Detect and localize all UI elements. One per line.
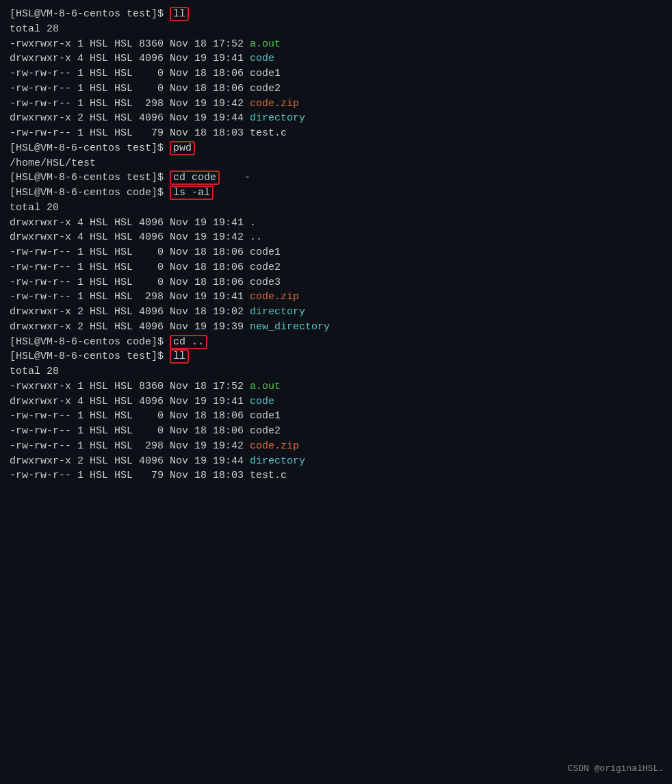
file-name: new_directory xyxy=(250,321,330,333)
file-perms: -rw-rw-r-- 1 HSL HSL 0 Nov 18 18:06 xyxy=(10,262,250,273)
file-name: test.c xyxy=(250,470,287,481)
file-name: code xyxy=(250,396,274,407)
terminal: [HSL@VM-8-6-centos test]$ lltotal 28-rwx… xyxy=(10,7,662,483)
file-perms: -rw-rw-r-- 1 HSL HSL 0 Nov 18 18:06 xyxy=(10,410,250,422)
terminal-line: -rwxrwxr-x 1 HSL HSL 8360 Nov 18 17:52 a… xyxy=(10,379,662,394)
file-perms: -rw-rw-r-- 1 HSL HSL 0 Nov 18 18:06 xyxy=(10,83,250,94)
prompt-text: [HSL@VM-8-6-centos test]$ xyxy=(10,351,170,362)
file-perms: drwxrwxr-x 4 HSL HSL 4096 Nov 19 19:41 xyxy=(10,53,250,64)
file-name: .. xyxy=(250,231,262,243)
file-name: directory xyxy=(250,112,305,124)
file-name: code xyxy=(250,53,274,64)
command-box: cd .. xyxy=(170,335,207,349)
file-perms: drwxrwxr-x 2 HSL HSL 4096 Nov 19 19:44 xyxy=(10,455,250,467)
terminal-line: -rw-rw-r-- 1 HSL HSL 0 Nov 18 18:06 code… xyxy=(10,81,662,97)
file-perms: -rwxrwxr-x 1 HSL HSL 8360 Nov 18 17:52 xyxy=(10,38,250,50)
terminal-line: [HSL@VM-8-6-centos test]$ ll xyxy=(10,7,662,22)
extra-text: - xyxy=(220,172,250,184)
file-perms: drwxrwxr-x 4 HSL HSL 4096 Nov 19 19:41 xyxy=(10,396,250,407)
file-name: code1 xyxy=(250,246,281,258)
terminal-line: drwxrwxr-x 4 HSL HSL 4096 Nov 19 19:41 c… xyxy=(10,51,662,66)
file-perms: -rw-rw-r-- 1 HSL HSL 79 Nov 18 18:03 xyxy=(10,470,250,481)
terminal-line: -rw-rw-r-- 1 HSL HSL 79 Nov 18 18:03 tes… xyxy=(10,468,662,483)
file-perms: drwxrwxr-x 2 HSL HSL 4096 Nov 19 19:44 xyxy=(10,112,250,124)
terminal-line: drwxrwxr-x 2 HSL HSL 4096 Nov 19 19:39 n… xyxy=(10,320,662,335)
terminal-line: drwxrwxr-x 2 HSL HSL 4096 Nov 18 19:02 d… xyxy=(10,305,662,320)
prompt-text: [HSL@VM-8-6-centos test]$ xyxy=(10,172,170,184)
terminal-line: -rw-rw-r-- 1 HSL HSL 0 Nov 18 18:06 code… xyxy=(10,275,662,290)
terminal-line: total 28 xyxy=(10,22,662,37)
terminal-line: -rw-rw-r-- 1 HSL HSL 0 Nov 18 18:06 code… xyxy=(10,260,662,275)
terminal-line: drwxrwxr-x 2 HSL HSL 4096 Nov 19 19:44 d… xyxy=(10,454,662,469)
prompt-text: [HSL@VM-8-6-centos code]$ xyxy=(10,336,170,348)
file-perms: drwxrwxr-x 2 HSL HSL 4096 Nov 19 19:39 xyxy=(10,321,250,333)
terminal-line: total 28 xyxy=(10,364,662,379)
terminal-line: -rw-rw-r-- 1 HSL HSL 0 Nov 18 18:06 code… xyxy=(10,245,662,260)
file-perms: -rw-rw-r-- 1 HSL HSL 0 Nov 18 18:06 xyxy=(10,246,250,258)
terminal-line: -rw-rw-r-- 1 HSL HSL 0 Nov 18 18:06 code… xyxy=(10,424,662,439)
file-perms: -rw-rw-r-- 1 HSL HSL 298 Nov 19 19:42 xyxy=(10,440,250,452)
file-name: directory xyxy=(250,306,305,318)
file-perms: drwxrwxr-x 4 HSL HSL 4096 Nov 19 19:42 xyxy=(10,231,250,243)
terminal-line: -rw-rw-r-- 1 HSL HSL 79 Nov 18 18:03 tes… xyxy=(10,126,662,141)
watermark: CSDN @originalHSL. xyxy=(568,763,664,776)
file-name: code.zip xyxy=(250,291,299,303)
file-name: code1 xyxy=(250,410,281,422)
file-name: code1 xyxy=(250,68,281,79)
file-perms: drwxrwxr-x 4 HSL HSL 4096 Nov 19 19:41 xyxy=(10,217,250,229)
terminal-line: total 20 xyxy=(10,201,662,216)
file-perms: drwxrwxr-x 2 HSL HSL 4096 Nov 18 19:02 xyxy=(10,306,250,318)
terminal-line: -rw-rw-r-- 1 HSL HSL 298 Nov 19 19:42 co… xyxy=(10,97,662,112)
file-name: code3 xyxy=(250,277,281,288)
file-name: directory xyxy=(250,455,305,467)
prompt-text: [HSL@VM-8-6-centos test]$ xyxy=(10,142,170,154)
terminal-line: [HSL@VM-8-6-centos code]$ cd .. xyxy=(10,335,662,350)
file-perms: -rw-rw-r-- 1 HSL HSL 0 Nov 18 18:06 xyxy=(10,425,250,437)
terminal-line: [HSL@VM-8-6-centos test]$ cd code - xyxy=(10,170,662,186)
file-name: code.zip xyxy=(250,440,299,452)
terminal-line: /home/HSL/test xyxy=(10,156,662,171)
terminal-line: drwxrwxr-x 2 HSL HSL 4096 Nov 19 19:44 d… xyxy=(10,111,662,126)
terminal-line: [HSL@VM-8-6-centos test]$ ll xyxy=(10,349,662,364)
file-name: code2 xyxy=(250,262,281,273)
file-name: code2 xyxy=(250,425,281,437)
prompt-text: [HSL@VM-8-6-centos test]$ xyxy=(10,8,170,20)
file-perms: -rw-rw-r-- 1 HSL HSL 298 Nov 19 19:41 xyxy=(10,291,250,303)
terminal-line: [HSL@VM-8-6-centos code]$ ls -al xyxy=(10,186,662,201)
command-box: ls -al xyxy=(170,186,214,200)
terminal-line: drwxrwxr-x 4 HSL HSL 4096 Nov 19 19:42 .… xyxy=(10,230,662,245)
file-perms: -rw-rw-r-- 1 HSL HSL 79 Nov 18 18:03 xyxy=(10,127,250,139)
terminal-line: drwxrwxr-x 4 HSL HSL 4096 Nov 19 19:41 c… xyxy=(10,394,662,409)
file-name: code2 xyxy=(250,83,281,94)
command-box: cd code xyxy=(170,170,220,185)
terminal-line: -rw-rw-r-- 1 HSL HSL 0 Nov 18 18:06 code… xyxy=(10,409,662,424)
command-box: ll xyxy=(170,7,189,21)
terminal-line: -rw-rw-r-- 1 HSL HSL 0 Nov 18 18:06 code… xyxy=(10,66,662,81)
file-perms: -rw-rw-r-- 1 HSL HSL 298 Nov 19 19:42 xyxy=(10,98,250,110)
terminal-line: -rwxrwxr-x 1 HSL HSL 8360 Nov 18 17:52 a… xyxy=(10,37,662,52)
file-name: code.zip xyxy=(250,98,299,110)
file-perms: -rw-rw-r-- 1 HSL HSL 0 Nov 18 18:06 xyxy=(10,68,250,79)
command-box: ll xyxy=(170,349,189,364)
prompt-text: [HSL@VM-8-6-centos code]$ xyxy=(10,187,170,199)
file-name: a.out xyxy=(250,381,281,392)
file-perms: -rw-rw-r-- 1 HSL HSL 0 Nov 18 18:06 xyxy=(10,277,250,288)
terminal-line: -rw-rw-r-- 1 HSL HSL 298 Nov 19 19:41 co… xyxy=(10,290,662,305)
terminal-line: [HSL@VM-8-6-centos test]$ pwd xyxy=(10,141,662,156)
terminal-line: drwxrwxr-x 4 HSL HSL 4096 Nov 19 19:41 . xyxy=(10,216,662,231)
file-name: . xyxy=(250,217,256,229)
file-perms: -rwxrwxr-x 1 HSL HSL 8360 Nov 18 17:52 xyxy=(10,381,250,392)
file-name: test.c xyxy=(250,127,287,139)
terminal-line: -rw-rw-r-- 1 HSL HSL 298 Nov 19 19:42 co… xyxy=(10,439,662,454)
command-box: pwd xyxy=(170,141,195,155)
file-name: a.out xyxy=(250,38,281,50)
